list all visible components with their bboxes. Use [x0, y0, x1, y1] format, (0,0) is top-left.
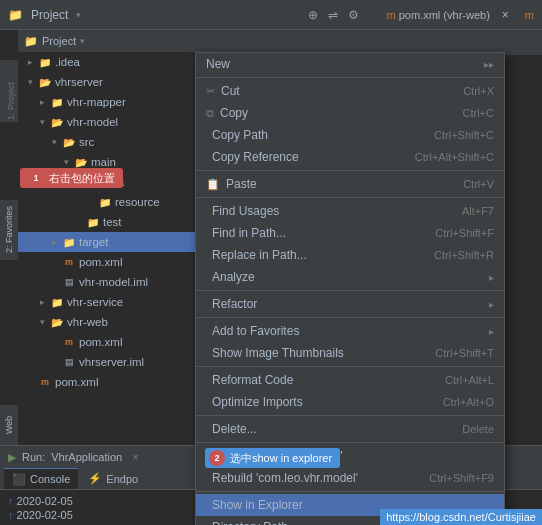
project-title: Project: [31, 8, 68, 22]
tree-item-vhr-web[interactable]: 📂 vhr-web: [18, 312, 207, 332]
run-app-name: VhrApplication: [51, 451, 122, 463]
menu-item-find-usages[interactable]: Find Usages Alt+F7: [196, 200, 504, 222]
favorites-vertical-tab[interactable]: 2: Favorites: [0, 200, 18, 260]
menu-item-find-in-path[interactable]: Find in Path... Ctrl+Shift+F: [196, 222, 504, 244]
folder-icon: 📁: [24, 35, 38, 48]
menu-item-copy-ref[interactable]: Copy Reference Ctrl+Alt+Shift+C: [196, 146, 504, 168]
divider9: [196, 491, 504, 492]
divider3: [196, 197, 504, 198]
tree-label: pom.xml: [79, 336, 122, 348]
shortcut-thumbnails: Ctrl+Shift+T: [435, 347, 494, 359]
menu-item-cut[interactable]: ✂ Cut Ctrl+X: [196, 80, 504, 102]
arrow-target: [52, 237, 62, 247]
editor-tab-pomxml[interactable]: m pom.xml (vhr-web): [387, 9, 490, 21]
menu-item-reformat[interactable]: Reformat Code Ctrl+Alt+L: [196, 369, 504, 391]
menu-label-copy: Copy: [220, 106, 463, 120]
gear-icon[interactable]: ⚙: [348, 8, 359, 22]
divider4: [196, 290, 504, 291]
copy-icon: ⧉: [206, 107, 214, 120]
menu-item-copy[interactable]: ⧉ Copy Ctrl+C: [196, 102, 504, 124]
menu-label-optimize: Optimize Imports: [212, 395, 443, 409]
tree-item-vhr-mapper[interactable]: 📁 vhr-mapper: [18, 92, 207, 112]
folder-icon-idea: 📁: [38, 55, 52, 69]
shortcut-reformat: Ctrl+Alt+L: [445, 374, 494, 386]
menu-item-optimize[interactable]: Optimize Imports Ctrl+Alt+O: [196, 391, 504, 413]
divider5: [196, 317, 504, 318]
menu-item-delete[interactable]: Delete... Delete: [196, 418, 504, 440]
tree-label: vhrserver.iml: [79, 356, 144, 368]
menu-label-copy-ref: Copy Reference: [212, 150, 415, 164]
tree-item-pom2[interactable]: m pom.xml: [18, 332, 207, 352]
header-dropdown[interactable]: ▾: [80, 36, 85, 46]
project-icon: 📁: [8, 8, 23, 22]
tree-item-vhr-model[interactable]: 📂 vhr-model: [18, 112, 207, 132]
shortcut-find-in-path: Ctrl+Shift+F: [435, 227, 494, 239]
folder-icon-vhr-service: 📁: [50, 295, 64, 309]
menu-label-find-in-path: Find in Path...: [212, 226, 435, 240]
tree-item-pom-root[interactable]: m pom.xml: [18, 372, 207, 392]
log-arrow-2: ↑: [8, 509, 14, 521]
tree-item-resource[interactable]: 📁 resource: [18, 192, 207, 212]
menu-item-copy-path[interactable]: Copy Path Ctrl+Shift+C: [196, 124, 504, 146]
endpoint-icon: ⚡: [88, 472, 102, 485]
folder-icon-test: 📁: [86, 215, 100, 229]
submenu-arrow-new: ▸: [484, 59, 494, 70]
tree-label: vhr-web: [67, 316, 108, 328]
shortcut-optimize: Ctrl+Alt+O: [443, 396, 494, 408]
menu-item-thumbnails[interactable]: Show Image Thumbnails Ctrl+Shift+T: [196, 342, 504, 364]
analyze-arrow: ▸: [489, 272, 494, 283]
tree-label: vhr-mapper: [67, 96, 126, 108]
tree-item-vhrserver[interactable]: 📂 vhrserver: [18, 72, 207, 92]
tree-label: vhr-service: [67, 296, 123, 308]
shortcut-copy: Ctrl+C: [463, 107, 494, 119]
menu-label-rebuild: Rebuild 'com.leo.vhr.model': [212, 471, 429, 485]
shortcut-rebuild: Ctrl+Shift+F9: [429, 472, 494, 484]
divider7: [196, 415, 504, 416]
arrow-vhrserver: [28, 77, 38, 87]
tree-item-iml2[interactable]: ▤ vhrserver.iml: [18, 352, 207, 372]
log-date-1: 2020-02-05: [17, 495, 73, 507]
tree-item-target[interactable]: 📁 target: [18, 232, 207, 252]
paste-icon: 📋: [206, 178, 220, 191]
tree-item-src[interactable]: 📂 src: [18, 132, 207, 152]
tree-label: vhr-model.iml: [79, 276, 148, 288]
shortcut-copy-ref: Ctrl+Alt+Shift+C: [415, 151, 494, 163]
menu-item-rebuild[interactable]: Rebuild 'com.leo.vhr.model' Ctrl+Shift+F…: [196, 467, 504, 489]
menu-item-analyze[interactable]: Analyze ▸: [196, 266, 504, 288]
project-panel: 📁 Project ▾ 📁 .idea 📂 vhrserver 📁 vhr-ma…: [18, 30, 208, 445]
left-sidebar-label[interactable]: 1: Project: [0, 60, 18, 122]
web-vertical-tab[interactable]: Web: [0, 405, 18, 445]
menu-label-refactor: Refactor: [212, 297, 489, 311]
menu-item-refactor[interactable]: Refactor ▸: [196, 293, 504, 315]
run-icon[interactable]: ▶: [8, 451, 16, 464]
menu-label-new: New: [206, 57, 484, 71]
menu-item-new[interactable]: New ▸: [196, 53, 504, 75]
menu-label-cut: Cut: [221, 84, 463, 98]
close-run-icon[interactable]: ×: [132, 451, 138, 463]
split-icon[interactable]: ⇌: [328, 8, 338, 22]
folder-icon-src: 📂: [62, 135, 76, 149]
globe-icon[interactable]: ⊕: [308, 8, 318, 22]
menu-item-paste[interactable]: 📋 Paste Ctrl+V: [196, 173, 504, 195]
editor-tab-m[interactable]: m: [525, 9, 534, 21]
arrow-src: [52, 137, 62, 147]
tree-item-pom1[interactable]: m pom.xml: [18, 252, 207, 272]
tree-label: vhrserver: [55, 76, 103, 88]
tree-item-iml1[interactable]: ▤ vhr-model.iml: [18, 272, 207, 292]
run-tab-endpoint[interactable]: ⚡ Endpo: [80, 468, 146, 489]
badge-1: 1: [28, 170, 44, 186]
web-tab-label: Web: [4, 416, 14, 434]
dropdown-arrow[interactable]: ▾: [76, 10, 81, 20]
run-tab-console[interactable]: ⬛ Console: [4, 468, 78, 489]
menu-item-favorites[interactable]: Add to Favorites ▸: [196, 320, 504, 342]
tree-item-idea[interactable]: 📁 .idea: [18, 52, 207, 72]
tree-label: src: [79, 136, 94, 148]
console-icon: ⬛: [12, 473, 26, 486]
tree-item-test[interactable]: 📁 test: [18, 212, 207, 232]
top-bar: 📁 Project ▾ ⊕ ⇌ ⚙ m pom.xml (vhr-web) × …: [0, 0, 542, 30]
tree-label: resource: [115, 196, 160, 208]
shortcut-find-usages: Alt+F7: [462, 205, 494, 217]
menu-item-replace-in-path[interactable]: Replace in Path... Ctrl+Shift+R: [196, 244, 504, 266]
refactor-arrow: ▸: [489, 299, 494, 310]
tree-item-vhr-service[interactable]: 📁 vhr-service: [18, 292, 207, 312]
